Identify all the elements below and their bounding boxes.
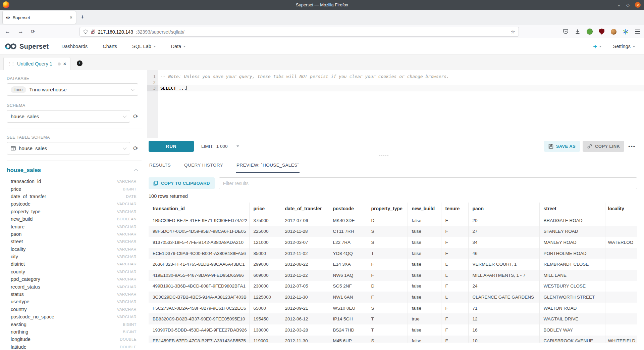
- cell-postcode: M45 6UP: [329, 336, 367, 343]
- filter-results-input[interactable]: [219, 177, 637, 189]
- grid-header-cell[interactable]: transaction_id: [149, 203, 249, 215]
- sql-editor[interactable]: 1 2 3 -- Note: Unless you save your quer…: [147, 70, 644, 138]
- reload-icon[interactable]: ⟳: [31, 29, 35, 35]
- cell-new-build: false: [408, 292, 441, 303]
- column-list: transaction_id VARCHAR price BIGINT date…: [11, 178, 137, 350]
- nav-item[interactable]: Charts: [103, 44, 117, 49]
- window-close-icon[interactable]: ×: [635, 2, 641, 8]
- grid-header-cell[interactable]: property_type: [367, 203, 408, 215]
- cell-property-type: F: [367, 270, 408, 281]
- caret-down-icon: [183, 46, 186, 47]
- forward-icon[interactable]: →: [18, 28, 23, 35]
- results-tab[interactable]: RESULTS: [149, 161, 171, 173]
- privacy-badger-icon[interactable]: [587, 29, 593, 35]
- nav-item[interactable]: Data: [171, 44, 186, 49]
- schema-value: house_sales: [11, 114, 39, 119]
- cell-property-type: T: [367, 324, 408, 336]
- cell-date-of-transfer: 2012-11-28: [281, 226, 329, 237]
- extension-asterisk-icon[interactable]: [623, 29, 629, 35]
- refresh-table-icon[interactable]: ⟳: [133, 145, 138, 151]
- ublock-icon[interactable]: [599, 29, 604, 35]
- results-tab[interactable]: PREVIEW: `HOUSE_SALES`: [236, 161, 300, 173]
- grid-header-cell[interactable]: new_build: [408, 203, 441, 215]
- column-type: BIGINT: [123, 330, 137, 334]
- results-tab[interactable]: QUERY HISTORY: [183, 161, 224, 173]
- run-button[interactable]: RUN: [149, 141, 194, 152]
- collapse-icon[interactable]: [134, 169, 138, 173]
- pocket-icon[interactable]: [563, 29, 569, 34]
- limit-dropdown[interactable]: LIMIT: 1 000: [201, 144, 239, 149]
- column-name: northing: [11, 329, 28, 335]
- cookie-extension-icon[interactable]: [611, 29, 616, 35]
- nav-item[interactable]: SQL Lab: [132, 44, 156, 49]
- editor-code[interactable]: -- Note: Unless you save your query, the…: [160, 74, 644, 91]
- cell-price: 65000: [249, 303, 281, 314]
- drag-handle-icon[interactable]: ⋮⋮: [8, 61, 14, 66]
- window-maximize-icon[interactable]: ◇: [626, 2, 630, 7]
- column-row: district VARCHAR: [11, 260, 137, 268]
- pane-resize-handle[interactable]: [379, 155, 388, 156]
- bookmark-star-icon[interactable]: ☆: [511, 29, 515, 35]
- tab-close-icon[interactable]: ×: [70, 15, 72, 20]
- database-select[interactable]: trino Trino warehouse: [7, 83, 138, 96]
- insecure-lock-icon[interactable]: [91, 29, 95, 34]
- cell-street: CARISBROOK AVENUE: [539, 336, 605, 343]
- query-tab[interactable]: ⋮⋮ Untitled Query 1 ×: [3, 57, 70, 70]
- cell-property-type: S: [367, 336, 408, 343]
- shield-icon[interactable]: [83, 29, 88, 34]
- grid-header-cell[interactable]: locality: [605, 203, 637, 215]
- superset-logo-icon: [5, 43, 17, 50]
- url-bar[interactable]: 217.160.120.143:32393/superset/sqllab/ ☆: [79, 27, 519, 37]
- schema-select[interactable]: house_sales: [7, 110, 130, 123]
- add-new-button[interactable]: +: [593, 43, 601, 50]
- copy-to-clipboard-button[interactable]: COPY TO CLIPBOARD: [149, 177, 215, 189]
- copy-link-button[interactable]: COPY LINK: [583, 141, 624, 152]
- table-select[interactable]: house_sales: [7, 142, 130, 155]
- table-schema-heading[interactable]: house_sales: [7, 167, 41, 174]
- column-name: latitude: [11, 344, 26, 350]
- nav-item[interactable]: Dashboards: [61, 44, 88, 49]
- cell-postcode: NW1 6AN: [329, 292, 367, 303]
- cell-price: 85000: [249, 248, 281, 259]
- window-minimize-icon[interactable]: ⌄: [617, 2, 621, 7]
- close-query-tab-icon[interactable]: ×: [63, 61, 66, 67]
- save-as-button[interactable]: SAVE AS: [544, 141, 580, 152]
- download-icon[interactable]: [575, 29, 580, 34]
- superset-brand[interactable]: Superset: [5, 43, 49, 50]
- url-host: 217.160.120.143: [98, 29, 133, 35]
- chevron-down-icon: [123, 146, 126, 149]
- settings-menu[interactable]: Settings: [613, 44, 635, 49]
- table-row: 1B5C39ED-BE7F-41EF-9E71-9C60EED74A22 375…: [149, 215, 637, 226]
- chevron-down-icon: [123, 114, 126, 118]
- cell-locality: [605, 270, 637, 281]
- cell-postcode: SG5 2NF: [329, 281, 367, 292]
- cell-postcode: YO8 4QQ: [329, 248, 367, 259]
- grid-header-cell[interactable]: street: [539, 203, 605, 215]
- grid-header-cell[interactable]: date_of_transfer: [281, 203, 329, 215]
- cell-locality: [605, 292, 637, 303]
- menu-icon[interactable]: [635, 30, 640, 34]
- copy-icon: [153, 181, 158, 186]
- cell-date-of-transfer: 2012-09-21: [281, 303, 329, 314]
- caret-down-icon: [153, 46, 156, 47]
- url-path: :32393/superset/sqllab/: [136, 29, 184, 35]
- grid-header-cell[interactable]: paon: [468, 203, 539, 215]
- cell-new-build: false: [408, 270, 441, 281]
- cell-locality: [605, 248, 637, 259]
- editor-gutter: 1 2 3: [147, 70, 158, 138]
- cell-tenure: F: [441, 226, 468, 237]
- column-type: VARCHAR: [117, 262, 137, 266]
- grid-header-cell[interactable]: tenure: [441, 203, 468, 215]
- grid-header-cell[interactable]: price: [249, 203, 281, 215]
- grid-header-cell[interactable]: postcode: [329, 203, 367, 215]
- refresh-schema-icon[interactable]: ⟳: [133, 114, 138, 120]
- more-options-icon[interactable]: •••: [628, 143, 636, 149]
- cell-date-of-transfer: 2012-03-28: [281, 324, 329, 336]
- add-query-tab-icon[interactable]: +: [77, 60, 83, 66]
- back-icon[interactable]: ←: [5, 28, 10, 35]
- cell-street: MILL LANE: [539, 270, 605, 281]
- superset-header: Superset Dashboards Charts SQL Lab Data: [0, 38, 644, 55]
- browser-tab[interactable]: ∞ Superset ×: [3, 11, 76, 24]
- column-name: postcode_no_space: [11, 314, 54, 319]
- new-tab-icon[interactable]: +: [80, 14, 84, 20]
